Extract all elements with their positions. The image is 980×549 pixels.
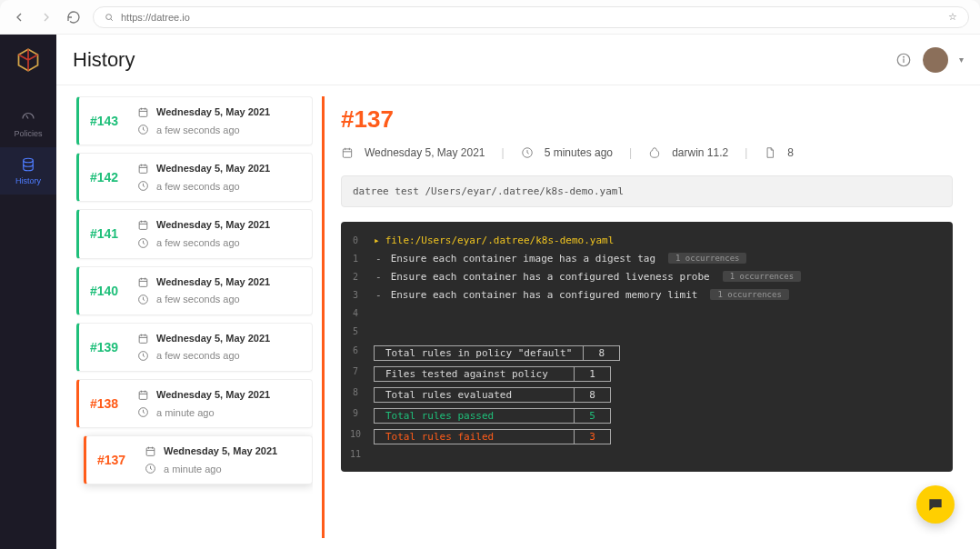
detail-pane: #137 Wednesday 5, May 2021 | 5 minutes a…	[322, 96, 973, 538]
summary-label: Total rules failed	[375, 430, 575, 444]
clock-icon	[137, 294, 149, 305]
search-icon	[105, 13, 114, 22]
nav-label: History	[15, 176, 41, 185]
history-id: #141	[90, 219, 126, 248]
clock-icon	[145, 463, 156, 474]
history-card[interactable]: #142 Wednesday 5, May 2021 a few seconds…	[76, 153, 313, 202]
detail-count: 8	[787, 146, 794, 159]
content-area: History ▾ #143 Wednesday 5, May 2021 a f…	[56, 35, 980, 549]
rule-text: Ensure each container has a configured m…	[391, 289, 698, 301]
detail-date: Wednesday 5, May 2021	[365, 146, 485, 159]
history-ago: a few seconds ago	[156, 181, 240, 192]
svg-rect-32	[139, 392, 147, 400]
svg-rect-22	[139, 278, 147, 286]
detail-meta-bar: Wednesday 5, May 2021 | 5 minutes ago | …	[341, 146, 953, 159]
terminal-output: 0▸file:/Users/eyar/.datree/k8s-demo.yaml…	[341, 222, 953, 472]
history-id: #143	[90, 106, 126, 135]
history-ago: a few seconds ago	[156, 237, 240, 248]
calendar-icon	[137, 276, 149, 288]
calendar-icon	[341, 146, 354, 159]
calendar-icon	[137, 389, 149, 401]
detail-ago: 5 minutes ago	[545, 146, 613, 159]
clock-icon	[137, 180, 149, 192]
info-icon[interactable]	[895, 52, 912, 68]
clock-icon	[137, 124, 149, 135]
detail-os: darwin 11.2	[672, 146, 728, 159]
clock-icon	[137, 237, 149, 249]
summary-value: 1	[575, 367, 611, 382]
history-card[interactable]: #143 Wednesday 5, May 2021 a few seconds…	[76, 96, 313, 145]
history-card[interactable]: #139 Wednesday 5, May 2021 a few seconds…	[76, 323, 313, 372]
clock-icon	[137, 350, 149, 362]
calendar-icon	[137, 333, 149, 344]
page-header: History ▾	[56, 35, 980, 85]
history-date: Wednesday 5, May 2021	[156, 106, 270, 118]
browser-reload-button[interactable]	[65, 9, 82, 25]
clock-icon	[521, 146, 534, 159]
svg-rect-27	[139, 335, 147, 344]
summary-value: 8	[584, 346, 620, 361]
calendar-icon	[137, 219, 149, 231]
svg-line-1	[111, 18, 113, 20]
history-card[interactable]: #138 Wednesday 5, May 2021 a minute ago	[76, 379, 313, 428]
gauge-icon	[20, 109, 36, 125]
nav-item-policies[interactable]: Policies	[0, 100, 56, 147]
summary-label: Total rules passed	[375, 409, 575, 424]
history-id: #137	[97, 445, 134, 474]
occurrence-badge: 1 occurrences	[668, 253, 746, 264]
browser-url-bar[interactable]: https://datree.io ☆	[93, 6, 969, 28]
summary-label: Total rules in policy "default"	[375, 346, 584, 361]
summary-value: 3	[575, 430, 611, 444]
history-date: Wednesday 5, May 2021	[156, 276, 270, 288]
history-id: #142	[90, 163, 126, 192]
clock-icon	[137, 406, 149, 418]
occurrence-badge: 1 occurrences	[723, 271, 801, 282]
history-date: Wednesday 5, May 2021	[156, 333, 270, 344]
rule-text: Ensure each container image has a digest…	[391, 253, 655, 265]
history-ago: a few seconds ago	[156, 350, 240, 361]
history-ago: a minute ago	[156, 407, 215, 418]
detail-id: #137	[341, 105, 953, 134]
browser-forward-button[interactable]	[38, 9, 55, 25]
browser-back-button[interactable]	[11, 9, 27, 25]
history-card[interactable]: #141 Wednesday 5, May 2021 a few seconds…	[76, 209, 313, 258]
svg-point-3	[24, 158, 34, 163]
rule-text: Ensure each container has a configured l…	[391, 271, 710, 283]
occurrence-badge: 1 occurrences	[710, 289, 788, 300]
database-icon	[20, 156, 36, 173]
summary-label: Files tested against policy	[375, 367, 575, 382]
history-date: Wednesday 5, May 2021	[164, 445, 277, 457]
avatar[interactable]	[923, 47, 948, 73]
nav-item-history[interactable]: History	[0, 147, 56, 195]
bookmark-star-icon[interactable]: ☆	[948, 11, 957, 23]
svg-rect-37	[146, 448, 155, 456]
svg-point-6	[904, 56, 905, 57]
history-date: Wednesday 5, May 2021	[156, 219, 270, 231]
page-title: History	[73, 48, 135, 72]
chat-widget-button[interactable]	[916, 485, 955, 524]
history-card[interactable]: #140 Wednesday 5, May 2021 a few seconds…	[76, 266, 313, 315]
svg-line-2	[26, 115, 28, 119]
browser-url-text: https://datree.io	[121, 12, 190, 23]
calendar-icon	[137, 163, 149, 175]
history-list: #143 Wednesday 5, May 2021 a few seconds…	[76, 96, 313, 538]
svg-rect-12	[139, 165, 147, 174]
terminal-file-label: file:/Users/eyar/.datree/k8s-demo.yaml	[385, 235, 615, 246]
svg-rect-17	[139, 222, 147, 230]
history-card[interactable]: #137 Wednesday 5, May 2021 a minute ago	[84, 435, 313, 484]
history-id: #140	[90, 276, 126, 305]
calendar-icon	[137, 106, 149, 118]
os-icon	[648, 146, 661, 159]
svg-rect-7	[139, 109, 147, 117]
summary-value: 8	[575, 388, 611, 403]
calendar-icon	[145, 445, 156, 457]
nav-label: Policies	[14, 129, 42, 138]
browser-chrome: https://datree.io ☆	[0, 0, 980, 35]
svg-point-0	[106, 14, 112, 19]
chevron-down-icon[interactable]: ▾	[959, 55, 964, 65]
command-box: datree test /Users/eyar/.datree/k8s-demo…	[341, 175, 953, 207]
history-ago: a few seconds ago	[156, 125, 240, 135]
app-logo	[15, 47, 41, 73]
history-date: Wednesday 5, May 2021	[156, 389, 270, 401]
history-id: #139	[90, 333, 126, 362]
